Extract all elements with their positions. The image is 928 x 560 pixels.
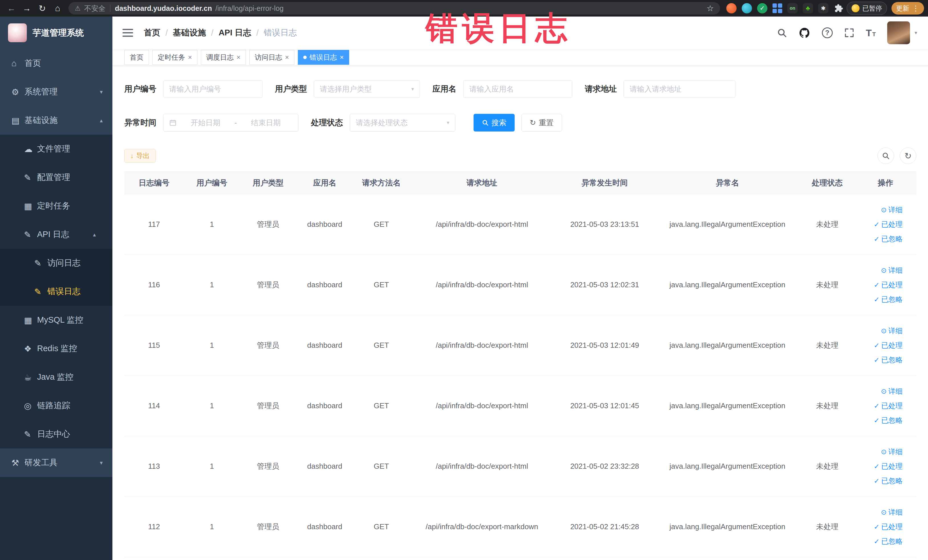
end-date-placeholder: 结束日期 [239,118,292,128]
request-url-input[interactable] [624,80,736,98]
close-icon[interactable]: × [237,53,241,61]
detail-link[interactable]: ⊙详细 [881,266,903,275]
sidebar-logo[interactable]: 芋道管理系统 [0,17,112,49]
search-icon[interactable] [777,27,787,38]
app-name-input[interactable] [463,80,572,98]
check-icon: ✓ [874,477,879,485]
sidebar-item-log-center[interactable]: ✎ 日志中心 [0,420,112,449]
detail-label: 详细 [888,447,903,456]
mark-processed-link[interactable]: ✓已处理 [874,220,903,229]
mark-ignored-link[interactable]: ✓已忽略 [874,355,903,365]
mark-ignored-link[interactable]: ✓已忽略 [874,416,903,425]
extension-paw-icon[interactable]: ✱ [818,3,829,14]
extension-green-check-icon[interactable]: ✓ [757,3,768,14]
export-button[interactable]: ↓ 导出 [124,149,156,163]
mark-processed-link[interactable]: ✓已处理 [874,462,903,471]
mark-ignored-link[interactable]: ✓已忽略 [874,234,903,244]
user-type-select[interactable]: 请选择用户类型 ▾ [314,80,420,98]
tab-home[interactable]: 首页 [124,50,149,65]
breadcrumb-item[interactable]: 基础设施 [173,27,206,38]
breadcrumb-item[interactable]: API 日志 [218,27,251,38]
sidebar-item-home[interactable]: ⌂ 首页 [0,49,112,78]
edit-icon: ✎ [24,172,37,183]
cell-actions: ⊙详细 ✓已处理 ✓已忽略 [855,194,916,255]
sidebar-item-scheduled-tasks[interactable]: ▦ 定时任务 [0,192,112,220]
tab-access-log[interactable]: 访问日志 × [249,50,295,65]
browser-home-icon[interactable]: ⌂ [50,2,65,15]
search-button[interactable]: 搜索 [473,114,514,131]
sidebar-item-api-logs[interactable]: ✎ API 日志 ▴ [0,220,112,249]
cell-user-id: 1 [184,376,240,436]
extension-sprout-icon[interactable]: ♣ [803,3,813,14]
extension-orange-icon[interactable] [726,3,737,14]
close-icon[interactable]: × [285,53,289,61]
fullscreen-icon[interactable] [844,27,855,38]
extensions-puzzle-icon[interactable] [833,3,843,13]
forward-icon[interactable]: → [20,2,34,15]
breadcrumb-item[interactable]: 首页 [144,27,160,38]
browser-update-button[interactable]: 更新 ⋮ [891,2,924,15]
detail-link[interactable]: ⊙详细 [881,386,903,396]
sidebar-item-error-log[interactable]: ✎ 错误日志 [0,277,112,306]
close-icon[interactable]: × [340,53,344,61]
extension-teal-icon[interactable] [742,3,752,14]
sidebar-toggle-icon[interactable] [122,28,133,38]
profile-paused-button[interactable]: 已暂停 [847,2,887,15]
avatar-caret-icon[interactable]: ▾ [914,30,917,36]
sidebar-item-java-monitor[interactable]: ☕ Java 监控 [0,363,112,391]
sidebar-item-system-mgmt[interactable]: ⚙ 系统管理 ▾ [0,78,112,106]
sidebar-item-config-mgmt[interactable]: ✎ 配置管理 [0,163,112,192]
tab-schedule-log[interactable]: 调度日志 × [201,50,246,65]
mark-processed-link[interactable]: ✓已处理 [874,522,903,531]
mark-processed-link[interactable]: ✓已处理 [874,280,903,290]
tab-label: 错误日志 [310,53,337,62]
help-icon[interactable]: ? [822,27,833,38]
sidebar-item-label: 日志中心 [37,429,70,440]
close-icon[interactable]: × [188,53,192,61]
font-size-icon[interactable]: T T [866,27,876,38]
column-header-method: 请求方法名 [353,172,409,194]
refresh-icon: ↻ [530,118,536,127]
sidebar-item-access-log[interactable]: ✎ 访问日志 [0,249,112,277]
tab-error-log[interactable]: 错误日志 × [298,50,349,65]
eye-icon: ⊙ [881,448,887,456]
github-icon[interactable] [798,27,810,39]
process-status-select[interactable]: 请选择处理状态 ▾ [350,114,455,131]
user-avatar[interactable] [887,21,910,44]
extension-grid-icon[interactable] [772,3,782,13]
detail-link[interactable]: ⊙详细 [881,508,903,517]
mark-processed-link[interactable]: ✓已处理 [874,401,903,410]
edit-icon: ✎ [34,258,47,268]
breadcrumb: 首页 / 基础设施 / API 日志 / 错误日志 [144,27,297,38]
user-id-input[interactable] [163,80,263,98]
extension-on-badge-icon[interactable]: on [788,3,798,14]
browser-menu-icon[interactable]: ⋮ [912,4,919,13]
bookmark-star-icon[interactable]: ☆ [707,4,714,13]
back-icon[interactable]: ← [4,2,19,15]
mark-ignored-link[interactable]: ✓已忽略 [874,537,903,546]
sidebar-item-mysql-monitor[interactable]: ▦ MySQL 监控 [0,306,112,334]
sidebar-item-tracing[interactable]: ◎ 链路追踪 [0,391,112,420]
date-range-picker[interactable]: 开始日期 - 结束日期 [163,114,298,131]
tab-scheduled-tasks[interactable]: 定时任务 × [152,50,197,65]
sidebar-item-redis-monitor[interactable]: ❖ Redis 监控 [0,334,112,363]
cell-app-name: dashboard [296,376,353,436]
mark-ignored-link[interactable]: ✓已忽略 [874,476,903,485]
address-bar[interactable]: ⚠ 不安全 dashboard.yudao.iocoder.cn /infra/… [69,2,720,15]
ignored-label: 已忽略 [881,476,903,485]
sidebar-item-dev-tools[interactable]: ⚒ 研发工具 ▾ [0,449,112,477]
detail-link[interactable]: ⊙详细 [881,205,903,215]
toggle-search-button[interactable] [878,148,894,164]
cell-actions: ⊙详细 ✓已处理 ✓已忽略 [855,255,916,315]
refresh-table-button[interactable]: ↻ [900,148,916,164]
detail-link[interactable]: ⊙详细 [881,326,903,336]
sidebar-item-infrastructure[interactable]: ▤ 基础设施 ▴ [0,106,112,135]
mark-ignored-link[interactable]: ✓已忽略 [874,295,903,304]
mark-processed-link[interactable]: ✓已处理 [874,340,903,350]
filter-row-2: 异常时间 开始日期 - 结束日期 处理状态 请选择处理状态 ▾ [124,114,916,131]
detail-link[interactable]: ⊙详细 [881,447,903,456]
sidebar-item-file-mgmt[interactable]: ☁ 文件管理 [0,135,112,163]
check-icon: ✓ [874,537,879,545]
reset-button[interactable]: ↻ 重置 [522,114,562,131]
reload-icon[interactable]: ↻ [35,2,50,15]
